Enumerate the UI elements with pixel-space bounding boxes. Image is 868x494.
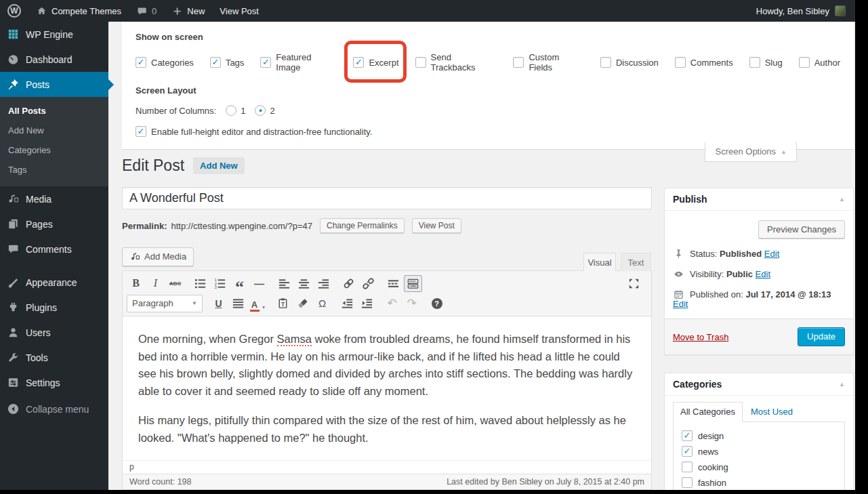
checkbox-discussion[interactable]: Discussion <box>600 57 659 68</box>
user-avatar[interactable] <box>835 5 846 16</box>
category-cooking[interactable]: cooking <box>682 461 839 472</box>
checkbox-box[interactable] <box>682 477 693 488</box>
sidebar-item-wpengine[interactable]: WP Engine <box>0 22 108 47</box>
text-color-button[interactable]: A ▼ <box>249 295 267 312</box>
columns-radio-2[interactable]: ● 2 <box>255 105 274 116</box>
checkbox-box[interactable] <box>513 57 524 68</box>
submenu-categories[interactable]: Categories <box>0 140 108 160</box>
align-right-button[interactable] <box>314 275 333 292</box>
read-more-tag-button[interactable] <box>384 275 402 292</box>
howdy-greeting[interactable]: Howdy, Ben Sibley <box>756 6 829 16</box>
checkbox-box[interactable] <box>415 57 426 68</box>
category-news[interactable]: ✓ news <box>682 446 839 457</box>
tab-visual[interactable]: Visual <box>583 253 616 271</box>
checkbox-box[interactable]: ✓ <box>682 446 693 457</box>
checkbox-box[interactable] <box>799 57 810 68</box>
sidebar-item-settings[interactable]: Settings <box>0 370 108 395</box>
tab-text[interactable]: Text <box>621 253 651 271</box>
distraction-free-button[interactable] <box>625 275 643 292</box>
collapse-menu[interactable]: Collapse menu <box>0 396 108 421</box>
checkbox-box[interactable] <box>749 57 760 68</box>
screen-options-tab[interactable]: Screen Options ▲ <box>705 142 797 162</box>
checkbox-categories[interactable]: ✓ Categories <box>136 57 194 68</box>
site-name-link[interactable]: Compete Themes <box>28 0 129 22</box>
checkbox-custom-fields[interactable]: Custom Fields <box>513 52 584 73</box>
view-post-admin-bar[interactable]: View Post <box>212 0 266 22</box>
sidebar-item-media[interactable]: Media <box>0 186 108 211</box>
checkbox-box[interactable] <box>675 57 686 68</box>
indent-button[interactable] <box>358 295 376 312</box>
radio-button[interactable] <box>226 105 236 116</box>
move-to-trash-link[interactable]: Move to Trash <box>673 332 728 342</box>
checkbox-box[interactable]: ✓ <box>260 57 271 68</box>
categories-box-header[interactable]: Categories ▲ <box>665 373 853 396</box>
checkbox-box[interactable]: ✓ <box>353 57 364 68</box>
edit-visibility-link[interactable]: Edit <box>756 269 770 279</box>
numbered-list-button[interactable]: 123 <box>211 275 229 292</box>
sidebar-item-dashboard[interactable]: Dashboard <box>0 47 108 72</box>
add-new-button[interactable]: Add New <box>193 157 245 174</box>
edit-status-link[interactable]: Edit <box>764 249 779 259</box>
radio-button[interactable]: ● <box>255 105 266 116</box>
submenu-add-new[interactable]: Add New <box>0 121 108 140</box>
undo-button[interactable]: ↶ <box>383 295 401 312</box>
checkbox-box[interactable] <box>600 57 611 68</box>
tab-all-categories[interactable]: All Categories <box>673 402 743 422</box>
strikethrough-button[interactable]: ABC <box>166 275 184 292</box>
align-center-button[interactable] <box>295 275 313 292</box>
bold-button[interactable]: B <box>127 275 145 292</box>
comments-admin-bar[interactable]: 0 <box>129 0 164 22</box>
change-permalinks-button[interactable]: Change Permalinks <box>320 218 405 233</box>
sidebar-item-comments[interactable]: Comments <box>0 236 108 262</box>
paragraph-format-select[interactable]: Paragraph ▼ <box>127 295 203 312</box>
paste-as-text-button[interactable]: T <box>274 295 292 312</box>
checkbox-box[interactable] <box>682 461 693 472</box>
checkbox-send-trackbacks[interactable]: Send Trackbacks <box>415 52 497 73</box>
checkbox-excerpt[interactable]: ✓ Excerpt <box>353 57 398 68</box>
category-design[interactable]: ✓ design <box>682 430 839 441</box>
horizontal-rule-button[interactable]: — <box>250 275 268 292</box>
checkbox-slug[interactable]: Slug <box>749 57 783 68</box>
sidebar-item-users[interactable]: Users <box>0 320 108 345</box>
checkbox-fullheight-editor[interactable]: ✓ Enable full-height editor and distract… <box>136 126 840 137</box>
align-left-button[interactable] <box>275 275 293 292</box>
checkbox-featured-image[interactable]: ✓ Featured Image <box>260 52 337 73</box>
blockquote-button[interactable]: “ <box>230 275 249 292</box>
wordpress-menu[interactable]: W <box>0 0 28 22</box>
toolbar-toggle-button[interactable] <box>404 275 422 292</box>
checkbox-author[interactable]: Author <box>799 57 840 68</box>
underline-button[interactable]: U <box>209 295 228 312</box>
view-post-button[interactable]: View Post <box>412 218 461 233</box>
sidebar-item-posts[interactable]: Posts <box>0 72 108 97</box>
editor-element-path[interactable]: p <box>123 460 651 474</box>
add-media-button[interactable]: Add Media <box>122 247 194 266</box>
sidebar-item-tools[interactable]: Tools <box>0 345 108 370</box>
redo-button[interactable]: ↷ <box>402 295 421 312</box>
italic-button[interactable]: I <box>146 275 165 292</box>
insert-link-button[interactable] <box>339 275 358 292</box>
edit-published-date-link[interactable]: Edit <box>673 299 688 309</box>
sidebar-item-appearance[interactable]: Appearance <box>0 270 108 295</box>
category-fashion[interactable]: fashion <box>682 477 839 488</box>
publish-box-header[interactable]: Publish ▲ <box>665 188 853 211</box>
justify-button[interactable] <box>229 295 247 312</box>
sidebar-item-plugins[interactable]: Plugins <box>0 295 108 320</box>
checkbox-box[interactable]: ✓ <box>136 57 146 68</box>
submenu-tags[interactable]: Tags <box>0 160 108 180</box>
checkbox-box[interactable]: ✓ <box>210 57 221 68</box>
checkbox-comments[interactable]: Comments <box>675 57 733 68</box>
sidebar-item-pages[interactable]: Pages <box>0 211 108 236</box>
new-content-menu[interactable]: New <box>164 0 212 22</box>
editor-content[interactable]: One morning, when Gregor Samsa woke from… <box>123 316 651 460</box>
bullet-list-button[interactable] <box>191 275 209 292</box>
tab-most-used[interactable]: Most Used <box>743 403 801 421</box>
columns-radio-1[interactable]: 1 <box>226 105 245 116</box>
special-character-button[interactable]: Ω <box>313 295 331 312</box>
checkbox-box[interactable]: ✓ <box>136 126 146 137</box>
help-button[interactable]: ? <box>428 295 446 312</box>
post-title-input[interactable] <box>122 187 652 209</box>
clear-formatting-button[interactable] <box>293 295 312 312</box>
remove-link-button[interactable] <box>359 275 377 292</box>
checkbox-tags[interactable]: ✓ Tags <box>210 57 244 68</box>
update-button[interactable]: Update <box>798 327 845 346</box>
